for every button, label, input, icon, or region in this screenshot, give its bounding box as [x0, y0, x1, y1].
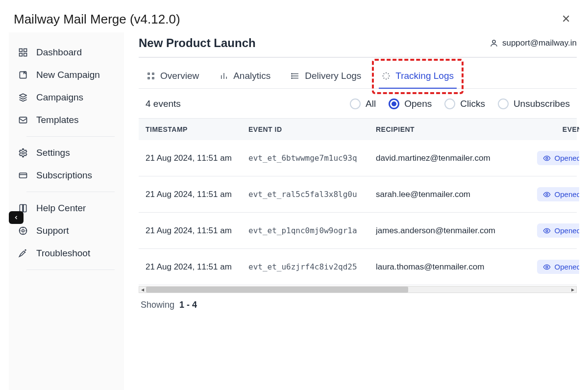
- svg-point-12: [292, 74, 293, 74]
- svg-point-9: [22, 230, 24, 232]
- eye-icon: [543, 191, 551, 198]
- cell-event-id: evt_et_u6zjrf4c8iv2qd25: [248, 262, 376, 271]
- eye-icon: [543, 227, 551, 235]
- event-badge-label: Opened: [555, 154, 579, 162]
- tab-label: Delivery Logs: [305, 71, 361, 81]
- tab-label: Overview: [160, 71, 199, 81]
- col-event[interactable]: EVENT: [523, 125, 579, 133]
- filter-radio-opens[interactable]: Opens: [389, 98, 432, 109]
- user-chip[interactable]: support@mailway.in: [490, 38, 577, 48]
- tab-label: Analytics: [233, 71, 270, 81]
- radio-label: All: [366, 98, 376, 109]
- cell-recipient: david.martinez@tenmailer.com: [376, 153, 523, 163]
- cell-event-id: evt_et_p1qnc0mj0w9ogr1a: [248, 226, 376, 235]
- tab-label: Tracking Logs: [395, 71, 454, 81]
- scroll-right-icon[interactable]: ▶: [569, 287, 576, 293]
- svg-rect-0: [20, 49, 23, 52]
- settings-icon: [18, 147, 28, 158]
- sidebar-item-label: Dashboard: [36, 47, 82, 58]
- tab-delivery-logs[interactable]: Delivery Logs: [288, 67, 364, 88]
- table-row: 21 Aug 2024, 11:51 amevt_et_6btwwmge7m1u…: [139, 140, 577, 176]
- svg-point-11: [492, 40, 495, 43]
- cell-recipient: laura.thomas@tenmailer.com: [376, 262, 523, 272]
- svg-point-14: [292, 78, 293, 79]
- sidebar-item-templates[interactable]: Templates: [9, 109, 123, 131]
- table-row: 21 Aug 2024, 11:51 amevt_et_u6zjrf4c8iv2…: [139, 249, 577, 285]
- radio-label: Clicks: [460, 98, 485, 109]
- subscriptions-icon: [18, 170, 28, 181]
- cell-timestamp: 21 Aug 2024, 11:51 am: [146, 190, 248, 199]
- cell-timestamp: 21 Aug 2024, 11:51 am: [146, 226, 248, 236]
- radio-label: Unsubscribes: [514, 98, 570, 109]
- svg-point-6: [22, 152, 24, 154]
- templates-icon: [18, 115, 28, 125]
- event-badge-opened: Opened: [537, 223, 579, 238]
- sidebar-item-support[interactable]: Support: [9, 220, 123, 242]
- scroll-left-icon[interactable]: ◀: [139, 287, 146, 293]
- table-row: 21 Aug 2024, 11:51 amevt_et_p1qnc0mj0w9o…: [139, 213, 577, 249]
- svg-rect-7: [20, 173, 27, 178]
- sidebar-item-new-campaign[interactable]: New Campaign: [9, 64, 123, 86]
- sidebar-item-label: Campaigns: [36, 92, 83, 103]
- filter-radio-all[interactable]: All: [350, 98, 376, 109]
- svg-point-18: [546, 266, 548, 268]
- svg-rect-2: [20, 53, 23, 56]
- tracking-icon: [382, 72, 391, 80]
- sidebar-item-label: Troubleshoot: [36, 248, 90, 259]
- event-badge-label: Opened: [555, 190, 579, 198]
- event-badge-opened: Opened: [537, 260, 579, 274]
- sidebar-collapse-handle[interactable]: [9, 211, 24, 224]
- overview-icon: [147, 72, 155, 80]
- sidebar-item-help-center[interactable]: Help Center: [9, 197, 123, 220]
- radio-icon: [498, 98, 509, 109]
- svg-point-16: [546, 194, 548, 196]
- delivery-icon: [291, 72, 300, 80]
- event-badge-label: Opened: [555, 226, 579, 235]
- horizontal-scrollbar[interactable]: ◀ ▶: [139, 286, 577, 293]
- radio-icon: [444, 98, 455, 109]
- event-count: 4 events: [146, 98, 181, 109]
- col-recipient[interactable]: RECIPIENT: [376, 125, 523, 133]
- svg-rect-5: [20, 117, 27, 123]
- sidebar-divider: [26, 192, 115, 192]
- radio-label: Opens: [404, 98, 432, 109]
- col-event-id[interactable]: EVENT ID: [248, 125, 376, 133]
- eye-icon: [543, 263, 551, 271]
- filter-radio-unsubscribes[interactable]: Unsubscribes: [498, 98, 570, 109]
- event-filter-radios: AllOpensClicksUnsubscribes: [350, 98, 570, 109]
- sidebar-item-label: Settings: [36, 147, 70, 158]
- sidebar-item-settings[interactable]: Settings: [9, 142, 123, 164]
- campaigns-icon: [18, 92, 28, 103]
- sidebar: DashboardNew CampaignCampaignsTemplates …: [9, 32, 124, 390]
- analytics-icon: [220, 72, 228, 80]
- cell-timestamp: 21 Aug 2024, 11:51 am: [146, 153, 248, 163]
- sidebar-item-label: Support: [36, 225, 69, 236]
- table-row: 21 Aug 2024, 11:51 amevt_et_ral5c5fal3x8…: [139, 176, 577, 213]
- tab-analytics[interactable]: Analytics: [217, 67, 273, 88]
- close-icon[interactable]: ✕: [558, 11, 574, 27]
- support-icon: [18, 225, 28, 236]
- scrollbar-thumb[interactable]: [146, 287, 408, 293]
- radio-icon: [389, 98, 399, 109]
- svg-rect-3: [24, 53, 27, 56]
- col-timestamp[interactable]: TIMESTAMP: [146, 125, 248, 133]
- tab-overview[interactable]: Overview: [144, 67, 202, 88]
- sidebar-divider: [26, 136, 115, 137]
- sidebar-item-label: Help Center: [36, 203, 86, 214]
- sidebar-item-campaigns[interactable]: Campaigns: [9, 86, 123, 109]
- tracking-table: TIMESTAMP EVENT ID RECIPIENT EVENT 21 Au…: [139, 118, 577, 293]
- user-email: support@mailway.in: [502, 38, 577, 48]
- sidebar-item-subscriptions[interactable]: Subscriptions: [9, 164, 123, 187]
- radio-icon: [350, 98, 361, 109]
- sidebar-item-dashboard[interactable]: Dashboard: [9, 41, 123, 64]
- svg-rect-1: [24, 49, 27, 52]
- tab-tracking-logs[interactable]: Tracking Logs: [379, 67, 457, 88]
- sidebar-divider: [26, 270, 115, 270]
- filter-radio-clicks[interactable]: Clicks: [444, 98, 485, 109]
- svg-point-13: [292, 75, 293, 76]
- cell-recipient: sarah.lee@tenmailer.com: [376, 190, 523, 199]
- sidebar-item-troubleshoot[interactable]: Troubleshoot: [9, 242, 123, 265]
- event-badge-label: Opened: [555, 263, 579, 271]
- svg-point-17: [546, 230, 548, 232]
- dashboard-icon: [18, 47, 28, 58]
